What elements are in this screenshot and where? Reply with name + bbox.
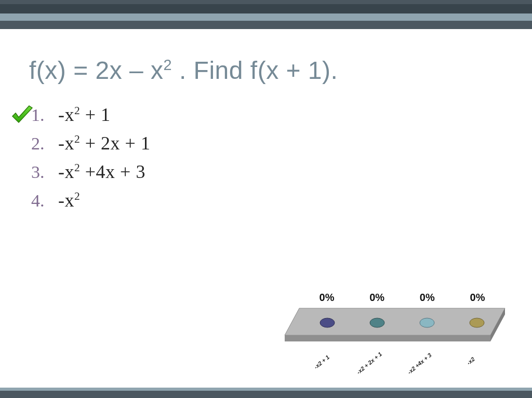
poll-percent-4: 0% [454,292,501,305]
poll-label-4: -x2 [466,356,476,366]
poll-label-1: -x2 + 1 [313,354,330,370]
poll-pad: 0% 0% 0% 0% -x2 + 1 -x2 + 2x + 1 -x2 +4x… [281,292,509,385]
poll-label-2: -x2 + 2x + 1 [355,351,383,375]
checkmark-icon [9,104,34,129]
poll-label-3: -x2 +4x + 3 [406,352,433,375]
bottom-banner [0,391,532,398]
poll-percent-1: 0% [303,292,350,305]
top-banner-stripe-dark [0,4,532,13]
option-1[interactable]: 1. -x2 + 1 [31,104,150,132]
top-banner [0,0,532,29]
svg-point-5 [420,318,434,327]
poll-percent-3: 0% [404,292,450,305]
poll-label-row: -x2 + 1 -x2 + 2x + 1 -x2 +4x + 3 -x2 [303,347,501,378]
option-text: -x2 +4x + 3 [58,161,145,183]
title-part-a: f(x) = 2x – x [29,57,164,84]
option-number: 3. [31,162,58,182]
option-4[interactable]: 4. -x2 [31,189,150,218]
title-part-b: . Find f(x + 1). [172,57,338,84]
poll-pad-graphic [281,304,509,348]
option-2[interactable]: 2. -x2 + 2x + 1 [31,132,150,161]
top-banner-stripe-light [0,13,532,21]
svg-marker-1 [285,335,490,341]
option-number: 4. [31,191,58,211]
poll-percent-2: 0% [354,292,401,305]
option-text: -x2 + 1 [58,104,111,126]
title-superscript: 2 [164,57,172,73]
option-number: 1. [31,105,58,125]
svg-point-6 [470,318,484,327]
svg-point-3 [320,318,335,327]
answer-options: 1. -x2 + 1 2. -x2 + 2x + 1 3. -x2 +4x + … [31,104,150,218]
option-text: -x2 + 2x + 1 [58,132,150,154]
option-3[interactable]: 3. -x2 +4x + 3 [31,161,150,189]
slide-title: f(x) = 2x – x2 . Find f(x + 1). [29,56,338,85]
option-text: -x2 [58,189,80,211]
poll-percent-row: 0% 0% 0% 0% [303,292,501,305]
svg-point-4 [370,318,384,327]
option-number: 2. [31,134,58,154]
